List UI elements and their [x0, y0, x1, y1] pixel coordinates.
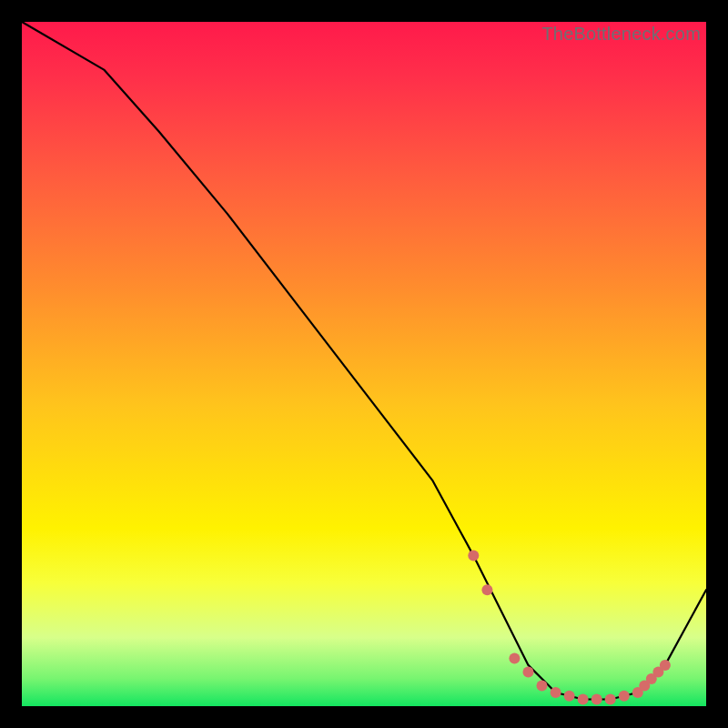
highlight-dot: [523, 666, 534, 677]
highlight-dot: [537, 680, 548, 691]
bottleneck-curve: [22, 22, 706, 700]
highlight-dot: [605, 694, 616, 705]
chart-stage: TheBottleneck.com: [0, 0, 728, 728]
highlight-dots-group: [468, 551, 671, 705]
highlight-dot: [481, 584, 492, 595]
highlight-dot: [468, 551, 479, 561]
highlight-dot: [509, 652, 520, 663]
plot-area: TheBottleneck.com: [22, 22, 706, 706]
highlight-dot: [619, 691, 630, 702]
highlight-dot: [564, 691, 575, 702]
highlight-dot: [592, 694, 602, 705]
curve-layer: [22, 22, 706, 706]
highlight-dot: [578, 694, 589, 705]
highlight-dot: [551, 687, 561, 698]
highlight-dot: [660, 660, 671, 671]
